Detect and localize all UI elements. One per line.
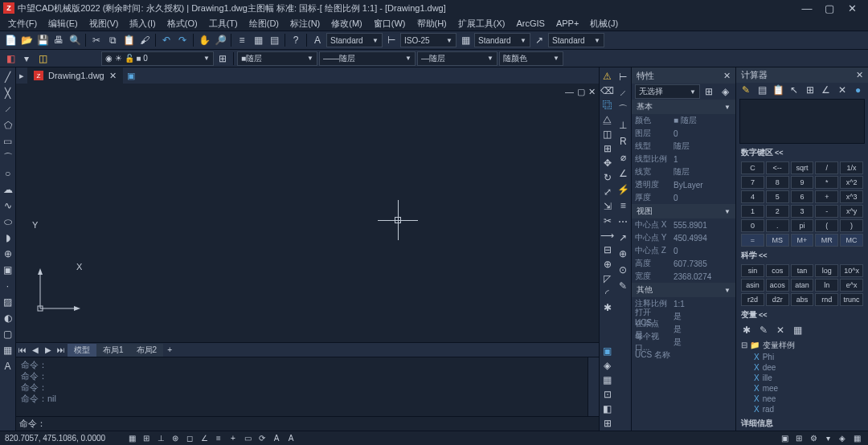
- model-icon[interactable]: ▭: [241, 433, 254, 444]
- calc-sci-r2d[interactable]: r2d: [741, 293, 764, 306]
- cycle-icon[interactable]: ⟳: [256, 433, 268, 444]
- tab-next-icon[interactable]: ▶: [42, 345, 55, 354]
- section-view[interactable]: 视图▼: [632, 204, 735, 218]
- file-tab-drawing1[interactable]: Z Drawing1.dwg ✕: [27, 67, 123, 84]
- calc-angle-icon[interactable]: ∠: [819, 83, 833, 97]
- section-basic[interactable]: 基本▼: [632, 100, 735, 114]
- spline-icon[interactable]: ∿: [1, 198, 15, 213]
- calc-sci-cos[interactable]: cos: [766, 264, 789, 277]
- status-r2-icon[interactable]: ⊞: [792, 433, 805, 444]
- detail-header[interactable]: 详细信息: [736, 416, 868, 431]
- dim-continue-icon[interactable]: ⋯: [616, 214, 630, 229]
- calc-btn-x^3[interactable]: x^3: [840, 190, 863, 203]
- menu-window[interactable]: 窗口(W): [369, 17, 411, 31]
- tab-layout2[interactable]: 布局2: [130, 344, 164, 357]
- calc-btn-MR[interactable]: MR: [815, 234, 838, 247]
- var-new-icon[interactable]: ✱: [739, 323, 754, 337]
- mleader-style-icon[interactable]: ↗: [532, 33, 547, 47]
- dim-angular-icon[interactable]: ∠: [616, 166, 630, 181]
- pan-icon[interactable]: ✋: [197, 33, 211, 47]
- tool-palette-icon[interactable]: ▤: [267, 33, 281, 47]
- print-icon[interactable]: 🖶: [51, 33, 66, 47]
- calc-clear-icon[interactable]: ✎: [739, 83, 753, 97]
- open-icon[interactable]: 📂: [19, 33, 34, 47]
- dim-tolerance-icon[interactable]: ⊕: [616, 247, 630, 261]
- table-style-dropdown[interactable]: Standard▼: [474, 33, 530, 47]
- tab-layout1[interactable]: 布局1: [96, 344, 130, 357]
- sci-header[interactable]: 科学<<: [736, 248, 868, 263]
- point-icon[interactable]: ·: [1, 279, 15, 293]
- tab-model[interactable]: 模型: [68, 344, 96, 357]
- mech-tool5-icon[interactable]: ◧: [600, 402, 615, 415]
- calc-intersect-icon[interactable]: ✕: [835, 83, 849, 97]
- calc-sci-rnd[interactable]: rnd: [815, 293, 838, 306]
- mech-tool4-icon[interactable]: ⊡: [600, 388, 615, 401]
- erase-icon[interactable]: ⌫: [600, 84, 615, 97]
- vp-minimize-icon[interactable]: —: [565, 87, 574, 97]
- linetype-dropdown[interactable]: —— 随层▼: [319, 51, 416, 66]
- table-style-icon[interactable]: ▦: [458, 33, 473, 47]
- polygon-icon[interactable]: ⬠: [1, 118, 15, 133]
- calc-btn-/[interactable]: /: [815, 161, 838, 174]
- status-r4-icon[interactable]: ▾: [821, 433, 834, 444]
- calc-btn-*[interactable]: *: [815, 176, 838, 189]
- polar-icon[interactable]: ⊛: [169, 433, 182, 444]
- var-item-nee[interactable]: Xnee: [741, 394, 863, 404]
- hatch-icon[interactable]: ▨: [1, 295, 15, 309]
- select-objects-icon[interactable]: ◈: [718, 84, 732, 99]
- coordinates[interactable]: 820.7057, 475.1086, 0.0000: [5, 434, 117, 443]
- insert-icon[interactable]: ⊕: [1, 247, 15, 261]
- calc-paste-icon[interactable]: 📋: [772, 83, 785, 97]
- extend-icon[interactable]: ⟶: [600, 229, 615, 242]
- layer-color-icon[interactable]: ◧: [3, 51, 18, 66]
- properties-icon[interactable]: ≡: [235, 33, 249, 47]
- grid-icon[interactable]: ⊞: [140, 433, 153, 444]
- fillet-icon[interactable]: ◜: [600, 287, 615, 300]
- lineweight-dropdown[interactable]: — 随层▼: [417, 51, 497, 66]
- calc-btn-M+[interactable]: M+: [791, 234, 814, 247]
- anno2-icon[interactable]: A: [285, 433, 297, 444]
- match-icon[interactable]: 🖌: [137, 33, 152, 47]
- layer-dropdown[interactable]: ◉ ☀ 🔓 ■ 0▼: [101, 51, 214, 66]
- ellipse-arc-icon[interactable]: ◗: [1, 231, 15, 245]
- offset-icon[interactable]: ◫: [600, 128, 615, 141]
- layer-mgr-icon[interactable]: ◫: [35, 51, 50, 66]
- calc-btn-([interactable]: (: [815, 219, 838, 232]
- calc-btn-C[interactable]: C: [741, 161, 764, 174]
- revcloud-icon[interactable]: ☁: [1, 182, 15, 197]
- calculator-header[interactable]: 计算器 ✕: [736, 67, 868, 83]
- status-r3-icon[interactable]: ⚙: [807, 433, 820, 444]
- command-scrollbar[interactable]: [588, 357, 599, 416]
- menu-help[interactable]: 帮助(H): [412, 17, 452, 31]
- join-icon[interactable]: ⊕: [600, 258, 615, 271]
- calc-btn-4[interactable]: 4: [741, 190, 764, 203]
- calc-btn-7[interactable]: 7: [741, 176, 764, 189]
- tab-last-icon[interactable]: ⏭: [55, 345, 68, 354]
- otrack-icon[interactable]: ∠: [198, 433, 211, 444]
- calc-btn-x^2[interactable]: x^2: [840, 176, 863, 189]
- xline-icon[interactable]: ╳: [1, 86, 15, 100]
- maximize-button[interactable]: ▢: [823, 2, 836, 14]
- var-folder[interactable]: ⊟ 📁变量样例: [741, 339, 863, 352]
- mleader-style-dropdown[interactable]: Standard▼: [548, 33, 604, 47]
- var-del-icon[interactable]: ✕: [773, 323, 788, 337]
- menu-app[interactable]: APP+: [551, 18, 583, 29]
- var-item-mee[interactable]: Xmee: [741, 383, 863, 394]
- rotate-icon[interactable]: ↻: [600, 171, 615, 184]
- calc-sci-ln[interactable]: ln: [815, 279, 838, 292]
- calc-sci-abs[interactable]: abs: [791, 293, 814, 306]
- calc-sci-acos[interactable]: acos: [766, 279, 789, 292]
- menu-format[interactable]: 格式(O): [162, 17, 203, 31]
- new-icon[interactable]: 📄: [3, 33, 18, 47]
- ellipse-icon[interactable]: ⬭: [1, 214, 15, 229]
- trim-icon[interactable]: ✂: [600, 214, 615, 227]
- var-edit-icon[interactable]: ✎: [756, 323, 771, 337]
- var-item-ille[interactable]: Xille: [741, 373, 863, 383]
- color-dropdown[interactable]: ■ 随层▼: [237, 51, 317, 66]
- calc-sci-log[interactable]: log: [815, 264, 838, 277]
- calc-btn-=[interactable]: =: [741, 234, 764, 247]
- menu-view[interactable]: 视图(V): [84, 17, 124, 31]
- calc-btn-5[interactable]: 5: [766, 190, 789, 203]
- panel-close-icon[interactable]: ✕: [723, 71, 731, 81]
- tab-first-icon[interactable]: ⏮: [16, 345, 29, 354]
